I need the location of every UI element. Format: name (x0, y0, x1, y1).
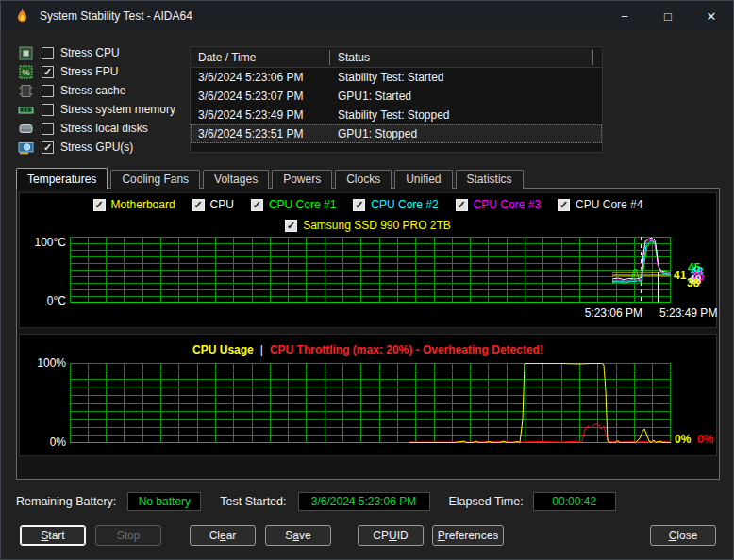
titlebar: System Stability Test - AIDA64 − □ ✕ (1, 1, 733, 31)
log-status-cell: GPU1: Stopped (330, 127, 602, 140)
button-bar: Start Stop Clear Save CPUID Preferences … (20, 525, 716, 546)
tab-cooling-fans[interactable]: Cooling Fans (110, 170, 200, 189)
aida64-flame-icon (14, 8, 30, 25)
cpu-usage-chart-panel: CPU Usage | CPU Throttling (max: 20%) - … (19, 334, 717, 456)
close-window-button[interactable]: ✕ (690, 1, 733, 31)
minimize-icon: − (621, 9, 628, 24)
stress-system-memory-checkbox[interactable]: ✓ (42, 104, 54, 116)
cpu-core-4-series-checkbox[interactable]: ✓ (558, 199, 570, 211)
log-status-cell: Stability Test: Stopped (330, 108, 602, 122)
system-stability-test-window: System Stability Test - AIDA64 − □ ✕ ✓St… (0, 0, 734, 560)
legend-label: CPU Core #4 (576, 198, 642, 211)
stress-option-label: Stress cache (60, 84, 125, 97)
clear-button[interactable]: Clear (190, 525, 256, 546)
status-bar: Remaining Battery: No battery Test Start… (16, 491, 720, 512)
stress-cpu-checkbox[interactable]: ✓ (42, 47, 54, 59)
time-axis-end-label: 5:23:49 PM (659, 306, 717, 320)
log-scrollbar[interactable] (593, 47, 602, 67)
cpu-usage-label: CPU Usage (192, 343, 254, 356)
stress-fpu-checkbox[interactable]: ✓ (42, 66, 54, 78)
preferences-button[interactable]: Preferences (432, 525, 504, 546)
gpu-icon (18, 140, 34, 156)
cpu-core-1-series-checkbox[interactable]: ✓ (251, 199, 263, 211)
log-time-cell: 3/6/2024 5:23:49 PM (191, 108, 330, 122)
legend-label: CPU Core #3 (474, 198, 541, 211)
cpuid-button[interactable]: CPUID (358, 525, 424, 546)
title-separator: | (260, 343, 263, 356)
maximize-icon: □ (664, 9, 672, 24)
cpu-usage-plot-area (70, 363, 671, 447)
cpu-throttling-warning-label: CPU Throttling (max: 20%) - Overheating … (270, 343, 543, 356)
close-icon: ✕ (707, 9, 717, 24)
test-started-label: Test Started: (220, 495, 286, 508)
tab-unified[interactable]: Unified (394, 170, 452, 189)
cpu-usage-title-row: CPU Usage | CPU Throttling (max: 20%) - … (20, 343, 716, 356)
legend-item-cpu-core-3: ✓CPU Core #3 (456, 198, 541, 211)
legend-label: Motherboard (111, 198, 175, 211)
cpu-core-2-series-checkbox[interactable]: ✓ (353, 199, 365, 211)
motherboard-series-checkbox[interactable]: ✓ (93, 199, 106, 211)
stress-option-label: Stress FPU (60, 65, 118, 78)
log-row[interactable]: 3/6/2024 5:23:51 PMGPU1: Stopped (191, 124, 602, 143)
tab-powers[interactable]: Powers (272, 170, 332, 189)
tab-voltages[interactable]: Voltages (203, 170, 269, 189)
usage-axis-min-label: 0% (25, 436, 66, 449)
minimize-button[interactable]: − (603, 1, 646, 31)
cpu-usage-plot (70, 363, 671, 443)
cpu-core-3-series-checkbox[interactable]: ✓ (456, 199, 468, 211)
stress-option-stress-system-memory: ✓Stress system memory (18, 100, 175, 119)
temperature-plot-area (70, 237, 671, 306)
tab-temperatures[interactable]: Temperatures (16, 168, 108, 189)
temperature-legend-row-1: ✓Motherboard✓CPU✓CPU Core #1✓CPU Core #2… (20, 198, 716, 211)
cache-icon (18, 83, 34, 99)
legend-item-cpu-core-2: ✓CPU Core #2 (353, 198, 438, 211)
maximize-button[interactable]: □ (646, 1, 690, 31)
log-status-cell: GPU1: Started (330, 90, 602, 103)
legend-label: CPU Core #2 (371, 198, 438, 211)
series-value-label: 41 (674, 269, 686, 282)
tab-strip: TemperaturesCooling FansVoltagesPowersCl… (16, 168, 526, 189)
tab-statistics[interactable]: Statistics (456, 170, 524, 189)
tab-clocks[interactable]: Clocks (335, 170, 392, 189)
series-cpu-throttling (409, 424, 671, 443)
log-row[interactable]: 3/6/2024 5:23:49 PMStability Test: Stopp… (191, 106, 602, 124)
elapsed-time-value: 00:00:42 (533, 492, 616, 511)
usage-current-value-label: 0% (675, 433, 691, 446)
log-row[interactable]: 3/6/2024 5:23:06 PMStability Test: Start… (191, 68, 602, 87)
log-time-cell: 3/6/2024 5:23:07 PM (191, 90, 330, 103)
temp-axis-min-label: 0°C (25, 294, 66, 307)
memory-icon (18, 102, 34, 118)
legend-item-cpu-core-1: ✓CPU Core #1 (251, 198, 336, 211)
stress-local-disks-checkbox[interactable]: ✓ (42, 123, 54, 135)
legend-item-cpu: ✓CPU (192, 198, 234, 211)
stress-option-label: Stress system memory (60, 103, 175, 116)
stress-option-label: Stress GPU(s) (60, 140, 133, 154)
column-header-status[interactable]: Status (330, 50, 593, 65)
series-value-label: 38 (687, 276, 699, 289)
stress-option-label: Stress CPU (60, 46, 120, 59)
remaining-battery-label: Remaining Battery: (16, 495, 116, 508)
time-axis-start-label: 5:23:06 PM (544, 306, 642, 320)
temperatures-tab-page: ✓Motherboard✓CPU✓CPU Core #1✓CPU Core #2… (16, 188, 720, 480)
stress-option-stress-gpu-s: ✓Stress GPU(s) (18, 138, 175, 156)
close-button[interactable]: Close (650, 525, 716, 546)
legend-item-motherboard: ✓Motherboard (93, 198, 175, 211)
disk-icon (18, 121, 34, 137)
log-row[interactable]: 3/6/2024 5:23:07 PMGPU1: Started (191, 87, 602, 106)
window-controls: − □ ✕ (603, 1, 733, 31)
stress-cache-checkbox[interactable]: ✓ (42, 85, 54, 97)
save-button[interactable]: Save (265, 525, 331, 546)
stress-option-stress-cache: ✓Stress cache (18, 81, 175, 100)
start-button[interactable]: Start (20, 525, 86, 546)
stop-button[interactable]: Stop (95, 525, 161, 546)
event-log-table: Date / Time Status 3/6/2024 5:23:06 PMSt… (190, 46, 603, 153)
cpu-series-checkbox[interactable]: ✓ (192, 199, 205, 211)
stress-gpu-s-checkbox[interactable]: ✓ (42, 141, 54, 154)
samsung-ssd-990-pro-2tb-series-checkbox[interactable]: ✓ (285, 220, 297, 232)
column-header-date-time[interactable]: Date / Time (191, 50, 330, 65)
usage-current-value-label: 0% (697, 433, 713, 446)
stress-option-stress-local-disks: ✓Stress local disks (18, 119, 175, 138)
legend-item-cpu-core-4: ✓CPU Core #4 (558, 198, 642, 211)
test-started-value: 3/6/2024 5:23:06 PM (298, 492, 430, 511)
window-title: System Stability Test - AIDA64 (40, 9, 192, 23)
